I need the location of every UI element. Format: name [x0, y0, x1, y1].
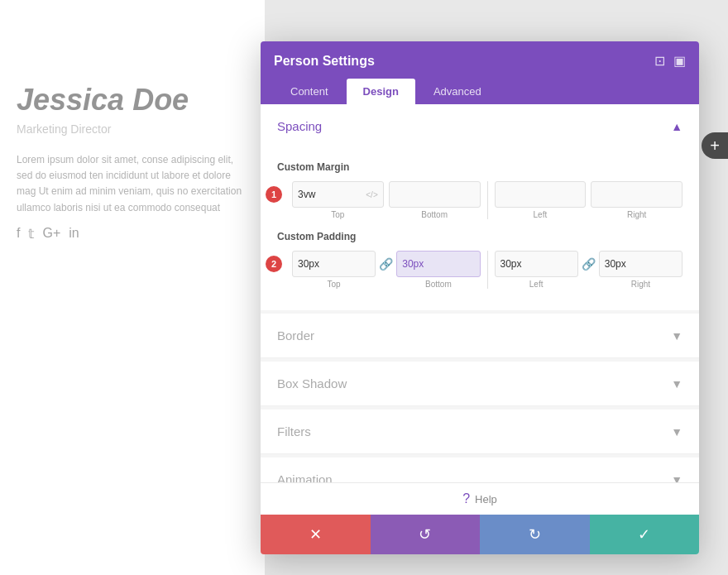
padding-left-link-icon[interactable]: 🔗 [376, 257, 396, 271]
border-header[interactable]: Border ▼ [261, 314, 699, 358]
margin-top-label: Top [292, 210, 384, 219]
spacing-section: Spacing ▲ Custom Margin 1 </> Top [261, 104, 699, 310]
animation-section: Animation ▼ [261, 458, 699, 482]
box-shadow-title: Box Shadow [277, 376, 347, 391]
custom-margin-label: Custom Margin [277, 161, 682, 173]
help-icon: ? [462, 491, 470, 506]
spacing-chevron-up: ▲ [671, 120, 682, 133]
margin-badge: 1 [266, 186, 282, 203]
padding-bottom-input[interactable] [402, 258, 474, 270]
custom-padding-label: Custom Padding [277, 231, 682, 242]
border-chevron: ▼ [671, 329, 682, 343]
padding-bottom-label: Bottom [396, 280, 480, 289]
tab-bar: Content Design Advanced [274, 79, 686, 104]
padding-top-label: Top [292, 280, 376, 289]
spacing-content: Custom Margin 1 </> Top [261, 148, 699, 310]
padding-right-field: Right [599, 251, 682, 289]
panel-header: Person Settings ⊡ ▣ Content Design Advan… [261, 41, 699, 104]
padding-right-link-icon[interactable]: 🔗 [578, 257, 599, 271]
margin-top-field: </> Top [292, 181, 384, 219]
tab-content[interactable]: Content [274, 79, 345, 104]
padding-bottom-field: Bottom [396, 251, 480, 289]
filters-title: Filters [277, 424, 311, 438]
animation-chevron: ▼ [671, 473, 682, 483]
border-title: Border [277, 328, 314, 343]
redo-button[interactable]: ↻ [480, 515, 590, 554]
filters-header[interactable]: Filters ▼ [261, 410, 699, 454]
panel-body: Spacing ▲ Custom Margin 1 </> Top [261, 104, 699, 482]
margin-top-unit[interactable]: </> [366, 190, 377, 199]
panel-footer: ? Help [261, 482, 699, 515]
padding-top-field: Top [292, 251, 376, 289]
margin-right-input[interactable] [596, 189, 677, 200]
action-bar: ✕ ↺ ↻ ✓ [261, 515, 699, 554]
panel-layout-icon[interactable]: ▣ [673, 53, 686, 69]
undo-button[interactable]: ↺ [371, 515, 481, 554]
tab-design[interactable]: Design [347, 79, 415, 104]
bg-overlay [0, 0, 265, 575]
spacing-header[interactable]: Spacing ▲ [261, 104, 699, 148]
margin-bottom-label: Bottom [389, 210, 481, 219]
margin-inputs: 1 </> Top [277, 181, 682, 219]
box-shadow-header[interactable]: Box Shadow ▼ [261, 362, 699, 406]
spacing-title: Spacing [277, 119, 322, 133]
header-icons: ⊡ ▣ [654, 53, 686, 69]
margin-left-input[interactable] [500, 189, 581, 200]
margin-left-field: Left [495, 181, 587, 219]
padding-badge: 2 [266, 256, 282, 272]
margin-divider [487, 181, 488, 219]
save-button[interactable]: ✓ [590, 515, 700, 554]
border-section: Border ▼ [261, 314, 699, 358]
settings-panel: Person Settings ⊡ ▣ Content Design Advan… [261, 41, 699, 554]
tab-advanced[interactable]: Advanced [417, 79, 498, 104]
margin-right-label: Right [591, 210, 682, 219]
padding-right-label: Right [599, 280, 682, 289]
margin-left-label: Left [495, 210, 587, 219]
resize-icon[interactable]: ⊡ [654, 53, 665, 69]
padding-inputs: 2 Top 🔗 Bottom [277, 251, 682, 289]
padding-divider [487, 251, 488, 289]
cancel-button[interactable]: ✕ [261, 515, 371, 554]
padding-right-input[interactable] [605, 258, 677, 270]
box-shadow-chevron: ▼ [671, 377, 682, 391]
filters-chevron: ▼ [671, 425, 682, 438]
add-element-button[interactable]: + [702, 132, 728, 159]
filters-section: Filters ▼ [261, 410, 699, 454]
box-shadow-section: Box Shadow ▼ [261, 362, 699, 406]
padding-left-label: Left [495, 280, 578, 289]
animation-header[interactable]: Animation ▼ [261, 458, 699, 482]
margin-bottom-field: Bottom [389, 181, 481, 219]
panel-title: Person Settings [274, 54, 375, 69]
margin-right-field: Right [591, 181, 682, 219]
animation-title: Animation [277, 472, 333, 482]
margin-bottom-input[interactable] [395, 189, 475, 200]
padding-top-input[interactable] [298, 258, 370, 270]
padding-left-input[interactable] [500, 258, 572, 270]
padding-left-field: Left [495, 251, 578, 289]
margin-top-input[interactable] [298, 189, 366, 200]
help-label[interactable]: Help [475, 493, 497, 506]
